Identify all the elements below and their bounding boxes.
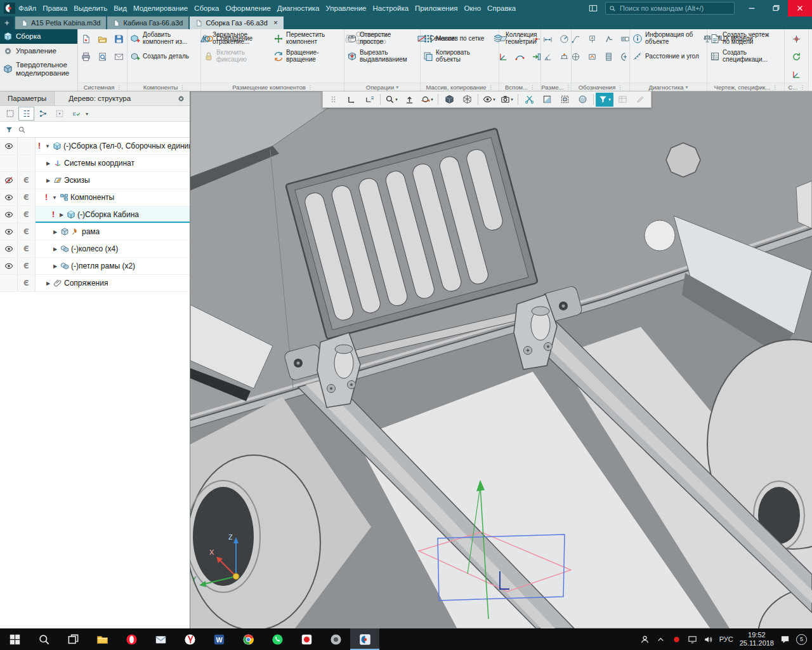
file-explorer-icon[interactable] xyxy=(88,628,117,650)
eye-icon[interactable] xyxy=(0,223,18,240)
element-icon[interactable]: Є xyxy=(18,172,36,189)
start-icon[interactable] xyxy=(0,628,29,650)
hide-objects-icon[interactable]: ▾ xyxy=(480,93,498,107)
new-doc-icon[interactable] xyxy=(79,32,93,46)
expand-arrow-icon[interactable]: ▶ xyxy=(52,229,58,235)
tree-row-2[interactable]: Є▶Эскизы xyxy=(0,172,190,189)
panel-tab-2[interactable]: Твердотельное моделирование xyxy=(0,58,77,79)
record-dot-icon[interactable] xyxy=(672,635,681,644)
word-icon[interactable]: W xyxy=(204,628,233,650)
dropdown-caret-icon[interactable]: ▾ xyxy=(493,97,495,102)
datum-label-icon[interactable]: A xyxy=(586,32,599,46)
menu-item-12[interactable]: Справка xyxy=(484,0,519,17)
people-icon[interactable] xyxy=(640,635,650,644)
eye-icon[interactable] xyxy=(0,241,18,257)
ribbon-button-9-1[interactable]: Создать спецификаци... xyxy=(709,48,778,65)
note-icon[interactable] xyxy=(569,32,582,46)
menu-item-7[interactable]: Диагностика xyxy=(274,0,323,17)
section-view-icon[interactable] xyxy=(538,93,556,107)
ribbon-button-1-0[interactable]: Добавить компонент из... xyxy=(129,30,199,48)
orient-icon[interactable] xyxy=(790,68,803,81)
screen-record-icon[interactable] xyxy=(292,628,321,650)
ribbon-button-8-1[interactable]: Расстояние и угол xyxy=(631,48,701,65)
display-icon[interactable] xyxy=(688,635,697,644)
expand-arrow-icon[interactable]: ▶ xyxy=(45,281,51,286)
ref-geometry-icon[interactable] xyxy=(513,50,527,63)
clock[interactable]: 19:52 25.11.2018 xyxy=(740,631,774,647)
menu-item-3[interactable]: Вид xyxy=(110,0,130,17)
dropdown-caret-icon[interactable]: ▾ xyxy=(511,97,513,102)
filter-icon[interactable]: ▾ xyxy=(596,93,613,107)
wireframe-cube-icon[interactable] xyxy=(458,93,476,107)
kompas-icon[interactable] xyxy=(350,628,379,650)
element-icon[interactable]: Є xyxy=(18,223,36,240)
tree-row-3[interactable]: Є!▼Компоненты xyxy=(0,189,190,206)
ribbon-button-4-0[interactable]: Массив по сетке xyxy=(422,30,492,48)
eye-icon[interactable] xyxy=(0,138,18,154)
expand-arrow-icon[interactable]: ▼ xyxy=(44,143,51,149)
command-search-input[interactable] xyxy=(619,4,731,13)
ribbon-button-2-0[interactable]: Совпадение xyxy=(202,30,272,48)
ribbon-button-3-0[interactable]: Отверстие простое xyxy=(346,30,416,48)
tree-row-6[interactable]: Є▶(-)колесо (x4) xyxy=(0,241,190,258)
expand-arrow-icon[interactable]: ▶ xyxy=(45,161,51,166)
zones-icon[interactable] xyxy=(556,93,573,107)
menu-item-1[interactable]: Правка xyxy=(39,0,70,17)
refresh-icon[interactable] xyxy=(790,50,803,63)
eye-off-icon[interactable] xyxy=(0,172,18,189)
close-button[interactable] xyxy=(788,0,812,17)
language-indicator[interactable]: РУС xyxy=(719,635,733,643)
viewpoint-icon[interactable]: ▾ xyxy=(498,93,516,107)
lcs-icon[interactable] xyxy=(343,93,360,107)
ribbon-button-4-1[interactable]: Копировать объекты xyxy=(422,48,492,65)
chevron-up-icon[interactable] xyxy=(656,635,665,644)
new-tab-button[interactable] xyxy=(0,17,14,29)
minimize-button[interactable] xyxy=(740,0,764,17)
dropdown-caret-icon[interactable]: ▾ xyxy=(86,111,88,117)
menu-item-6[interactable]: Оформление xyxy=(222,0,273,17)
tree-row-8[interactable]: Є▶Сопряжения xyxy=(0,275,190,292)
menu-item-9[interactable]: Настройка xyxy=(369,0,412,17)
print-icon[interactable] xyxy=(79,50,93,63)
camera-app-icon[interactable] xyxy=(321,628,350,650)
volume-icon[interactable] xyxy=(704,635,713,644)
yandex-icon[interactable] xyxy=(175,628,204,650)
dropdown-caret-icon[interactable]: ▾ xyxy=(431,97,433,102)
opera-icon[interactable] xyxy=(117,628,146,650)
ribbon-button-8-0[interactable]: Информация об объекте xyxy=(631,30,701,48)
dock-handle-icon[interactable] xyxy=(325,93,343,107)
zoom-fit-icon[interactable] xyxy=(400,93,418,107)
tree-exec-icon[interactable]: Е xyxy=(68,107,84,121)
save-icon[interactable] xyxy=(112,32,126,46)
command-search[interactable] xyxy=(605,2,735,15)
lcs-list-icon[interactable] xyxy=(360,93,378,107)
viewport-3d[interactable]: Z X Y ▾▾▾▾▾ xyxy=(190,91,812,628)
document-tab-0[interactable]: A15 Petla Kabina.m3d xyxy=(15,17,106,29)
orbit-icon[interactable]: ▾ xyxy=(418,93,436,107)
document-tab-1[interactable]: Кабина Газ-66.a3d xyxy=(107,17,188,29)
linear-dim-icon[interactable] xyxy=(541,32,554,46)
taskbar-search-icon[interactable] xyxy=(29,628,58,650)
menu-item-4[interactable]: Моделирование xyxy=(130,0,191,17)
tree-row-5[interactable]: Є▶рама xyxy=(0,223,190,241)
tree-area-icon[interactable] xyxy=(2,107,18,121)
chrome-icon[interactable] xyxy=(233,628,263,650)
clip-icon[interactable] xyxy=(520,93,538,107)
zoom-icon[interactable]: ▾ xyxy=(383,93,400,107)
whatsapp-icon[interactable] xyxy=(263,628,292,650)
notification-icon[interactable] xyxy=(780,635,790,644)
model-scene[interactable]: Z X Y xyxy=(190,91,812,628)
marker-icon[interactable] xyxy=(569,50,582,63)
maximize-button[interactable] xyxy=(764,0,788,17)
preview-icon[interactable] xyxy=(96,50,109,63)
datum-axis-icon[interactable] xyxy=(513,32,527,46)
element-icon[interactable]: Є xyxy=(18,206,36,223)
tree-row-4[interactable]: Є!▶(-)Сборка Кабина xyxy=(0,206,190,223)
expand-arrow-icon[interactable]: ▶ xyxy=(45,178,51,183)
tree-row-7[interactable]: Є▶(-)петля рамы (x2) xyxy=(0,258,190,275)
local-csys-icon[interactable] xyxy=(497,50,510,63)
ribbon-button-2-2[interactable]: Переместить компонент xyxy=(272,30,342,48)
gear-icon[interactable] xyxy=(177,95,185,103)
tree-row-0[interactable]: !▼(-)Сборка (Тел-0, Сборочных единиц xyxy=(0,138,190,155)
ribbon-button-1-1[interactable]: Создать деталь xyxy=(129,48,199,65)
